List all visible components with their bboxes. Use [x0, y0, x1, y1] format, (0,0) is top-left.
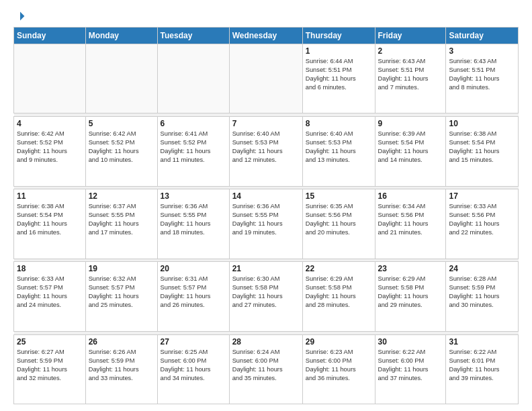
day-info: Sunrise: 6:34 AM Sunset: 5:56 PM Dayligh…	[378, 202, 443, 237]
day-info: Sunrise: 6:24 AM Sunset: 6:00 PM Dayligh…	[232, 348, 300, 383]
weekday-header: Sunday	[14, 28, 86, 44]
day-info: Sunrise: 6:43 AM Sunset: 5:51 PM Dayligh…	[378, 57, 443, 92]
day-info: Sunrise: 6:42 AM Sunset: 5:52 PM Dayligh…	[17, 130, 83, 165]
day-number: 28	[232, 337, 300, 347]
calendar-cell: 9Sunrise: 6:39 AM Sunset: 5:54 PM Daylig…	[375, 117, 446, 186]
day-number: 8	[306, 119, 372, 128]
day-info: Sunrise: 6:41 AM Sunset: 5:52 PM Dayligh…	[161, 130, 226, 165]
day-info: Sunrise: 6:22 AM Sunset: 6:01 PM Dayligh…	[449, 348, 515, 383]
day-info: Sunrise: 6:43 AM Sunset: 5:51 PM Dayligh…	[449, 57, 515, 92]
day-number: 24	[449, 264, 515, 273]
day-number: 31	[449, 337, 515, 347]
calendar-cell: 5Sunrise: 6:42 AM Sunset: 5:52 PM Daylig…	[85, 117, 157, 186]
calendar-cell: 28Sunrise: 6:24 AM Sunset: 6:00 PM Dayli…	[229, 334, 302, 404]
day-number: 30	[378, 337, 443, 347]
calendar-cell: 11Sunrise: 6:38 AM Sunset: 5:54 PM Dayli…	[14, 189, 86, 259]
day-number: 14	[232, 191, 300, 201]
calendar-cell: 30Sunrise: 6:22 AM Sunset: 6:00 PM Dayli…	[375, 334, 446, 404]
weekday-header: Wednesday	[229, 28, 302, 44]
weekday-header-row: SundayMondayTuesdayWednesdayThursdayFrid…	[14, 28, 519, 44]
calendar-cell: 27Sunrise: 6:25 AM Sunset: 6:00 PM Dayli…	[157, 334, 229, 404]
day-number: 11	[17, 191, 83, 201]
day-number: 20	[161, 264, 226, 273]
day-number: 25	[17, 337, 83, 347]
day-number: 2	[378, 46, 443, 56]
day-info: Sunrise: 6:22 AM Sunset: 6:00 PM Dayligh…	[378, 348, 443, 383]
day-info: Sunrise: 6:35 AM Sunset: 5:56 PM Dayligh…	[306, 202, 372, 237]
calendar-cell	[229, 44, 302, 113]
day-number: 3	[449, 46, 515, 56]
calendar-cell: 15Sunrise: 6:35 AM Sunset: 5:56 PM Dayli…	[302, 189, 375, 259]
logo	[13, 11, 26, 21]
weekday-header: Tuesday	[157, 28, 229, 44]
day-info: Sunrise: 6:31 AM Sunset: 5:57 PM Dayligh…	[161, 275, 226, 310]
day-info: Sunrise: 6:33 AM Sunset: 5:57 PM Dayligh…	[17, 275, 83, 310]
day-info: Sunrise: 6:25 AM Sunset: 6:00 PM Dayligh…	[161, 348, 226, 383]
day-info: Sunrise: 6:39 AM Sunset: 5:54 PM Dayligh…	[378, 130, 443, 165]
day-info: Sunrise: 6:36 AM Sunset: 5:55 PM Dayligh…	[161, 202, 226, 237]
day-number: 5	[89, 119, 154, 128]
calendar-cell: 17Sunrise: 6:33 AM Sunset: 5:56 PM Dayli…	[446, 189, 519, 259]
calendar-cell: 12Sunrise: 6:37 AM Sunset: 5:55 PM Dayli…	[85, 189, 157, 259]
calendar-cell: 24Sunrise: 6:28 AM Sunset: 5:59 PM Dayli…	[446, 262, 519, 331]
weekday-header: Thursday	[302, 28, 375, 44]
day-info: Sunrise: 6:23 AM Sunset: 6:00 PM Dayligh…	[306, 348, 372, 383]
weekday-header: Monday	[85, 28, 157, 44]
day-info: Sunrise: 6:38 AM Sunset: 5:54 PM Dayligh…	[17, 202, 83, 237]
calendar-cell: 14Sunrise: 6:36 AM Sunset: 5:55 PM Dayli…	[229, 189, 302, 259]
day-number: 1	[306, 46, 372, 56]
logo-icon	[15, 11, 26, 21]
calendar-cell: 1Sunrise: 6:44 AM Sunset: 5:51 PM Daylig…	[302, 44, 375, 113]
day-info: Sunrise: 6:37 AM Sunset: 5:55 PM Dayligh…	[89, 202, 154, 237]
day-number: 18	[17, 264, 83, 273]
calendar-week-row: 18Sunrise: 6:33 AM Sunset: 5:57 PM Dayli…	[14, 262, 519, 331]
calendar-cell: 4Sunrise: 6:42 AM Sunset: 5:52 PM Daylig…	[14, 117, 86, 186]
day-number: 16	[378, 191, 443, 201]
calendar-week-row: 4Sunrise: 6:42 AM Sunset: 5:52 PM Daylig…	[14, 117, 519, 186]
calendar-cell: 8Sunrise: 6:40 AM Sunset: 5:53 PM Daylig…	[302, 117, 375, 186]
svg-marker-0	[20, 12, 24, 21]
day-info: Sunrise: 6:27 AM Sunset: 5:59 PM Dayligh…	[17, 348, 83, 383]
calendar-week-row: 11Sunrise: 6:38 AM Sunset: 5:54 PM Dayli…	[14, 189, 519, 259]
day-info: Sunrise: 6:32 AM Sunset: 5:57 PM Dayligh…	[89, 275, 154, 310]
day-info: Sunrise: 6:44 AM Sunset: 5:51 PM Dayligh…	[306, 57, 372, 92]
calendar-cell: 19Sunrise: 6:32 AM Sunset: 5:57 PM Dayli…	[85, 262, 157, 331]
day-info: Sunrise: 6:42 AM Sunset: 5:52 PM Dayligh…	[89, 130, 154, 165]
calendar-cell	[14, 44, 86, 113]
day-info: Sunrise: 6:28 AM Sunset: 5:59 PM Dayligh…	[449, 275, 515, 310]
calendar-cell: 25Sunrise: 6:27 AM Sunset: 5:59 PM Dayli…	[14, 334, 86, 404]
day-number: 10	[449, 119, 515, 128]
logo-text	[13, 11, 26, 21]
day-number: 22	[306, 264, 372, 273]
day-info: Sunrise: 6:40 AM Sunset: 5:53 PM Dayligh…	[306, 130, 372, 165]
day-number: 7	[232, 119, 300, 128]
weekday-header: Friday	[375, 28, 446, 44]
day-number: 29	[306, 337, 372, 347]
calendar-cell: 16Sunrise: 6:34 AM Sunset: 5:56 PM Dayli…	[375, 189, 446, 259]
day-number: 21	[232, 264, 300, 273]
header	[13, 11, 519, 21]
calendar-cell: 26Sunrise: 6:26 AM Sunset: 5:59 PM Dayli…	[85, 334, 157, 404]
day-number: 15	[306, 191, 372, 201]
calendar-cell: 3Sunrise: 6:43 AM Sunset: 5:51 PM Daylig…	[446, 44, 519, 113]
day-number: 27	[161, 337, 226, 347]
calendar-cell	[85, 44, 157, 113]
page: SundayMondayTuesdayWednesdayThursdayFrid…	[0, 0, 532, 411]
day-info: Sunrise: 6:40 AM Sunset: 5:53 PM Dayligh…	[232, 130, 300, 165]
day-number: 19	[89, 264, 154, 273]
day-info: Sunrise: 6:38 AM Sunset: 5:54 PM Dayligh…	[449, 130, 515, 165]
day-number: 17	[449, 191, 515, 201]
day-number: 4	[17, 119, 83, 128]
day-info: Sunrise: 6:30 AM Sunset: 5:58 PM Dayligh…	[232, 275, 300, 310]
calendar-cell	[157, 44, 229, 113]
day-number: 12	[89, 191, 154, 201]
day-info: Sunrise: 6:36 AM Sunset: 5:55 PM Dayligh…	[232, 202, 300, 237]
weekday-header: Saturday	[446, 28, 519, 44]
calendar-cell: 22Sunrise: 6:29 AM Sunset: 5:58 PM Dayli…	[302, 262, 375, 331]
calendar: SundayMondayTuesdayWednesdayThursdayFrid…	[13, 27, 519, 404]
calendar-cell: 20Sunrise: 6:31 AM Sunset: 5:57 PM Dayli…	[157, 262, 229, 331]
calendar-cell: 10Sunrise: 6:38 AM Sunset: 5:54 PM Dayli…	[446, 117, 519, 186]
day-number: 9	[378, 119, 443, 128]
calendar-cell: 18Sunrise: 6:33 AM Sunset: 5:57 PM Dayli…	[14, 262, 86, 331]
calendar-cell: 21Sunrise: 6:30 AM Sunset: 5:58 PM Dayli…	[229, 262, 302, 331]
